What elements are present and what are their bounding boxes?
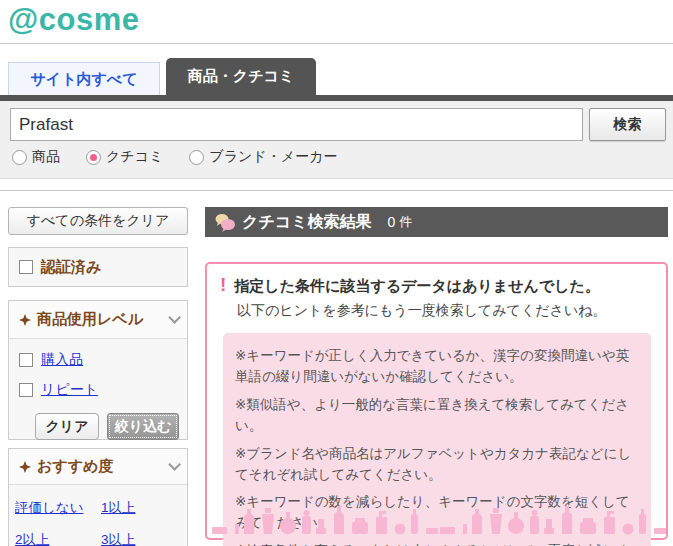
no-results-subheading: 以下のヒントを参考にもう一度検索してみてくださいね。	[237, 302, 666, 320]
usage-buttons: クリア 絞り込む	[35, 413, 187, 440]
cosme-logo[interactable]: @cosme	[8, 2, 139, 38]
hint-item: ※類似語や、より一般的な言葉に置き換えて検索してみてください。	[235, 395, 639, 437]
radio-review[interactable]: クチコミ	[86, 148, 163, 166]
radio-review-circle[interactable]	[86, 150, 101, 165]
purchased-checkbox[interactable]	[19, 353, 33, 367]
results-title: クチコミ検索結果	[242, 212, 372, 233]
verified-checkbox[interactable]	[19, 260, 33, 274]
hint-item: ※キーワードが正しく入力できているか、漢字の変換間違いや英単語の綴り間違いがない…	[235, 346, 639, 388]
usage-filter-button[interactable]: 絞り込む	[107, 413, 179, 440]
radio-brand-maker-label: ブランド・メーカー	[209, 148, 337, 166]
recommend-header[interactable]: おすすめ度	[9, 449, 187, 485]
recommend-box: おすすめ度 評価しない 1以上 2以上 3以上 4以上 5以上	[8, 448, 188, 546]
verified-filter-box[interactable]: 認証済み	[8, 247, 188, 287]
tab-site-all[interactable]: サイト内すべて	[8, 62, 160, 95]
radio-product-label: 商品	[32, 148, 60, 166]
usage-item-purchased[interactable]: 購入品	[19, 351, 187, 369]
star-icon	[19, 314, 31, 326]
radio-brand-maker[interactable]: ブランド・メーカー	[189, 148, 337, 166]
star-icon	[19, 461, 31, 473]
chevron-down-icon[interactable]	[168, 311, 181, 324]
search-input[interactable]	[10, 108, 583, 141]
clear-all-conditions-button[interactable]: すべての条件をクリア	[8, 207, 188, 235]
recommend-link-no-rating[interactable]: 評価しない	[15, 499, 101, 517]
no-results-box: ! 指定した条件に該当するデータはありませんでした。 以下のヒントを参考にもう一…	[205, 262, 668, 540]
recommend-links: 評価しない 1以上 2以上 3以上 4以上 5以上	[9, 485, 187, 546]
usage-level-header[interactable]: 商品使用レベル	[9, 301, 187, 339]
usage-clear-button[interactable]: クリア	[35, 413, 99, 440]
usage-level-title: 商品使用レベル	[37, 310, 143, 329]
results-header-bar: クチコミ検索結果 0 件	[205, 207, 668, 237]
search-panel: 検索 商品 クチコミ ブランド・メーカー	[0, 95, 673, 179]
recommend-link-3plus[interactable]: 3以上	[101, 531, 187, 546]
verified-label: 認証済み	[41, 258, 101, 277]
tab-product-review-label: 商品・クチコミ	[188, 67, 294, 86]
cosmetics-bottles-illustration	[210, 502, 666, 535]
recommend-link-1plus[interactable]: 1以上	[101, 499, 187, 517]
radio-product[interactable]: 商品	[12, 148, 60, 166]
purchased-link[interactable]: 購入品	[41, 351, 83, 369]
recommend-title: おすすめ度	[37, 457, 113, 476]
usage-level-box: 商品使用レベル 購入品 リピート クリア 絞り込む	[8, 300, 188, 440]
radio-brand-maker-circle[interactable]	[189, 150, 204, 165]
search-button[interactable]: 検索	[589, 108, 666, 141]
radio-review-label: クチコミ	[106, 148, 163, 166]
recommend-link-2plus[interactable]: 2以上	[15, 531, 101, 546]
search-type-radios: 商品 クチコミ ブランド・メーカー	[12, 148, 363, 166]
no-results-heading: 指定した条件に該当するデータはありませんでした。	[234, 275, 600, 296]
chevron-down-icon[interactable]	[168, 458, 181, 471]
usage-item-repeat[interactable]: リピート	[19, 381, 187, 399]
tab-site-all-label: サイト内すべて	[30, 70, 137, 89]
repeat-link[interactable]: リピート	[41, 381, 98, 399]
exclamation-icon: !	[220, 275, 226, 296]
header-divider	[0, 43, 673, 44]
no-results-heading-row: ! 指定した条件に該当するデータはありませんでした。	[207, 264, 666, 296]
results-count-unit: 件	[399, 213, 412, 231]
speech-bubbles-icon	[214, 213, 236, 232]
hint-item: ※ブランド名や商品名はアルファベットやカタカナ表記などにしてそれぞれ試してみてく…	[235, 444, 639, 486]
results-count: 0	[388, 214, 396, 230]
repeat-checkbox[interactable]	[19, 383, 33, 397]
page-root: @cosme サイト内すべて 商品・クチコミ 検索 商品 クチコミ ブランド・メ…	[0, 0, 673, 546]
hint-item: ※検索条件を変える、または少なくするなどして、再度お試しください。	[235, 541, 639, 546]
content-divider	[0, 190, 673, 191]
radio-product-circle[interactable]	[12, 150, 27, 165]
